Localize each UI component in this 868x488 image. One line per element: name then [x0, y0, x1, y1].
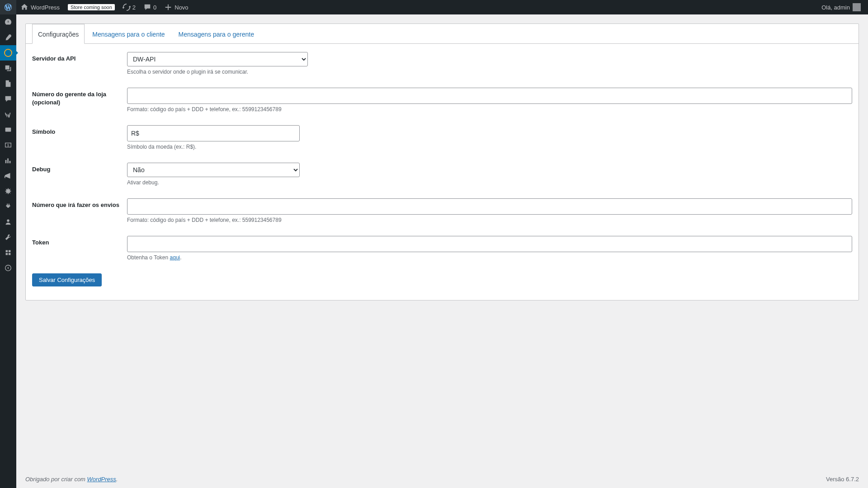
footer-pre: Obrigado por criar com [25, 476, 87, 483]
greeting-text: Olá, admin [821, 4, 850, 11]
svg-rect-0 [5, 128, 11, 132]
desc-manager-number: Formato: código do país + DDD + telefone… [127, 106, 852, 113]
updates-count: 2 [132, 4, 136, 11]
row-api-server: Servidor da API DW-API Escolha o servido… [32, 52, 852, 75]
row-sender-number: Número que irá fazer os envios Formato: … [32, 198, 852, 223]
content-wrap: Configurações Mensagens para o cliente M… [16, 14, 868, 488]
tab-manager-messages[interactable]: Mensagens para o gerente [173, 24, 260, 44]
wordpress-icon [4, 3, 13, 12]
new-content-link[interactable]: Novo [160, 0, 192, 14]
footer-wp-link[interactable]: WordPress [87, 476, 116, 483]
menu-pages[interactable] [0, 76, 16, 91]
tab-config[interactable]: Configurações [32, 24, 85, 44]
settings-panel: Configurações Mensagens para o cliente M… [25, 23, 859, 300]
row-debug: Debug Não Ativar debug. [32, 163, 852, 186]
plus-icon [164, 3, 173, 12]
site-name-label: WordPress [31, 4, 60, 11]
svg-text:$: $ [7, 143, 9, 147]
desc-symbol: Símbolo da moeda (ex.: R$). [127, 144, 852, 150]
menu-appearance[interactable] [0, 183, 16, 199]
row-manager-number: Número do gerente da loja (opcional) For… [32, 88, 852, 113]
select-debug[interactable]: Não [127, 163, 300, 177]
svg-rect-4 [9, 250, 11, 253]
tab-client-messages[interactable]: Mensagens para o cliente [86, 24, 170, 44]
desc-api-server: Escolha o servidor onde o plugin irá se … [127, 69, 852, 75]
menu-collapse[interactable] [0, 260, 16, 276]
comments-count: 0 [153, 4, 156, 11]
tabs-wrapper: Configurações Mensagens para o cliente M… [26, 24, 859, 44]
save-button[interactable]: Salvar Configurações [32, 273, 102, 286]
label-api-server: Servidor da API [32, 52, 127, 63]
menu-analytics[interactable] [0, 153, 16, 168]
menu-woo[interactable] [0, 107, 16, 122]
menu-plugin-active[interactable] [0, 45, 16, 61]
new-content-label: Novo [175, 4, 188, 11]
menu-settings[interactable] [0, 245, 16, 260]
row-symbol: Símbolo Símbolo da moeda (ex.: R$). [32, 125, 852, 150]
circle-icon [4, 49, 12, 57]
desc-token: Obtenha o Token aqui. [127, 254, 852, 261]
svg-rect-6 [9, 253, 11, 255]
label-manager-number: Número do gerente da loja (opcional) [32, 88, 127, 107]
desc-debug: Ativar debug. [127, 179, 852, 186]
row-token: Token Obtenha o Token aqui. [32, 236, 852, 261]
svg-rect-3 [6, 250, 8, 253]
updates-link[interactable]: 2 [118, 0, 139, 14]
label-symbol: Símbolo [32, 125, 127, 136]
update-icon [122, 3, 131, 12]
footer-post: . [116, 476, 118, 483]
menu-item-a[interactable] [0, 122, 16, 137]
label-sender-number: Número que irá fazer os envios [32, 198, 127, 209]
svg-rect-5 [6, 253, 8, 255]
menu-comments[interactable] [0, 91, 16, 107]
select-api-server[interactable]: DW-API [127, 52, 308, 66]
admin-bar: WordPress Store coming soon 2 0 Novo Olá… [0, 0, 868, 14]
form-section: Servidor da API DW-API Escolha o servido… [26, 44, 859, 300]
menu-dashboard[interactable] [0, 14, 16, 30]
admin-menu: $ [0, 14, 16, 488]
token-link[interactable]: aqui [170, 254, 180, 261]
menu-users[interactable] [0, 214, 16, 230]
footer-version: Versão 6.7.2 [826, 476, 859, 483]
home-icon [20, 3, 29, 12]
avatar [853, 3, 861, 11]
menu-marketing[interactable] [0, 168, 16, 183]
input-symbol[interactable] [127, 125, 300, 141]
menu-posts[interactable] [0, 30, 16, 45]
menu-media[interactable] [0, 61, 16, 76]
wp-logo-link[interactable] [0, 0, 16, 14]
menu-tools[interactable] [0, 230, 16, 245]
label-token: Token [32, 236, 127, 247]
site-name-link[interactable]: WordPress [16, 0, 63, 14]
footer: Obrigado por criar com WordPress. Versão… [16, 470, 868, 488]
menu-payments[interactable]: $ [0, 137, 16, 153]
input-manager-number[interactable] [127, 88, 852, 104]
label-debug: Debug [32, 163, 127, 174]
store-status-badge[interactable]: Store coming soon [63, 0, 118, 14]
menu-plugins[interactable] [0, 199, 16, 214]
input-sender-number[interactable] [127, 198, 852, 215]
input-token[interactable] [127, 236, 852, 252]
user-account-link[interactable]: Olá, admin [818, 0, 864, 14]
desc-sender-number: Formato: código do país + DDD + telefone… [127, 217, 852, 223]
comments-icon [143, 3, 152, 12]
comments-link[interactable]: 0 [139, 0, 160, 14]
